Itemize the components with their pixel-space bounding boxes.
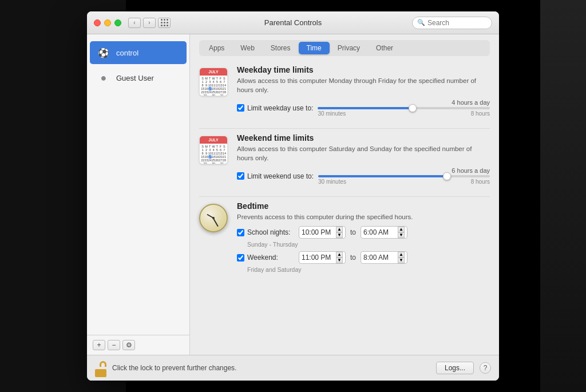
- to-label-2: to: [350, 254, 356, 262]
- window-title: Parental Controls: [264, 18, 322, 27]
- sidebar-item-control[interactable]: ⚽ control: [90, 41, 187, 64]
- weekend-from-value: 11:00 PM: [302, 254, 335, 262]
- title-bar: ‹ › Parental Controls 🔍: [87, 11, 499, 34]
- bedtime-section: Bedtime Prevents access to this computer…: [199, 201, 490, 276]
- lock-button[interactable]: [95, 361, 106, 375]
- tabs-bar: Apps Web Stores Time Privacy Other: [199, 40, 490, 56]
- weekday-min-label: 30 minutes: [318, 110, 346, 117]
- bedtime-desc: Prevents access to this computer during …: [237, 212, 490, 221]
- weekday-checkbox[interactable]: [237, 104, 244, 112]
- remove-user-button[interactable]: −: [108, 340, 120, 350]
- weekend-to-up[interactable]: ▲: [398, 252, 405, 258]
- weekend-slider-row: Limit weekend use to: 6 hours a day 30 m…: [237, 167, 490, 185]
- nav-buttons: ‹ ›: [128, 18, 156, 28]
- weekend-from-up[interactable]: ▲: [336, 252, 343, 258]
- weekday-calendar-icon: JULY SMTWTFS 1234567 891011121314: [199, 68, 229, 97]
- close-button[interactable]: [94, 19, 101, 26]
- sidebar-toolbar: + − ⚙: [87, 335, 189, 355]
- main-panel: Apps Web Stores Time Privacy Other JULY: [190, 34, 499, 355]
- school-nights-from-up[interactable]: ▲: [336, 227, 343, 232]
- logs-button[interactable]: Logs...: [436, 362, 474, 374]
- weekend-to-down[interactable]: ▼: [398, 258, 405, 263]
- clock-minute-hand: [213, 218, 219, 227]
- tab-web[interactable]: Web: [232, 42, 262, 54]
- weekday-slider-track[interactable]: [318, 107, 490, 109]
- weekend-value: 6 hours a day: [318, 167, 490, 174]
- search-input[interactable]: [427, 19, 487, 27]
- school-nights-from-stepper[interactable]: ▲ ▼: [336, 227, 343, 238]
- search-box[interactable]: 🔍: [412, 17, 492, 29]
- weekday-section: JULY SMTWTFS 1234567 891011121314: [199, 65, 490, 118]
- weekend-sublabel: Friday and Saturday: [247, 266, 490, 273]
- bg-right: [540, 0, 586, 392]
- weekend-from-stepper[interactable]: ▲ ▼: [336, 252, 343, 263]
- weekday-checkbox-label[interactable]: Limit weekday use to:: [237, 104, 313, 112]
- weekend-content: Weekend time limits Allows access to thi…: [237, 133, 490, 186]
- divider-1: [199, 128, 490, 129]
- weekend-bedtime-row: Weekend: 11:00 PM ▲ ▼ to: [237, 251, 490, 264]
- school-nights-from-down[interactable]: ▼: [336, 232, 343, 238]
- maximize-button[interactable]: [114, 19, 121, 26]
- weekend-max-label: 8 hours: [471, 179, 490, 185]
- weekend-min-label: 30 minutes: [318, 179, 346, 185]
- school-nights-sublabel: Sunday - Thursday: [247, 241, 490, 248]
- back-button[interactable]: ‹: [128, 18, 141, 28]
- lock-body: [95, 369, 106, 377]
- school-nights-to-up[interactable]: ▲: [398, 227, 405, 232]
- sidebar-item-guest[interactable]: ● Guest User: [90, 66, 187, 89]
- add-user-button[interactable]: +: [93, 340, 105, 350]
- avatar-control: ⚽: [96, 45, 112, 61]
- tab-other[interactable]: Other: [368, 42, 401, 54]
- weekend-slider-container: 6 hours a day 30 minutes 8 hours: [318, 167, 490, 185]
- weekday-slider-thumb[interactable]: [409, 104, 417, 112]
- sidebar-spacer: [87, 90, 189, 335]
- school-nights-to-picker[interactable]: 6:00 AM ▲ ▼: [361, 226, 407, 239]
- weekend-bedtime-label[interactable]: Weekend:: [237, 254, 294, 262]
- weekday-slider-labels: 30 minutes 8 hours: [318, 110, 490, 117]
- weekday-value: 4 hours a day: [318, 99, 490, 106]
- bedtime-content: Bedtime Prevents access to this computer…: [237, 201, 490, 276]
- bottom-bar: Click the lock to prevent further change…: [87, 355, 499, 381]
- weekend-slider-fill: [318, 175, 447, 177]
- username-control: control: [116, 49, 138, 57]
- school-nights-to-stepper[interactable]: ▲ ▼: [398, 227, 405, 238]
- weekend-from-down[interactable]: ▼: [336, 258, 343, 263]
- weekday-max-label: 8 hours: [471, 110, 490, 117]
- grid-button[interactable]: [158, 18, 171, 28]
- weekend-to-picker[interactable]: 8:00 AM ▲ ▼: [361, 251, 407, 264]
- search-icon: 🔍: [417, 19, 425, 26]
- weekend-bedtime-checkbox[interactable]: [237, 254, 244, 262]
- help-button[interactable]: ?: [480, 362, 491, 374]
- weekend-slider-labels: 30 minutes 8 hours: [318, 179, 490, 185]
- to-label-1: to: [350, 228, 356, 236]
- tab-privacy[interactable]: Privacy: [330, 42, 368, 54]
- weekend-checkbox[interactable]: [237, 172, 244, 180]
- username-guest: Guest User: [116, 74, 154, 82]
- school-nights-from-picker[interactable]: 10:00 PM ▲ ▼: [299, 226, 346, 239]
- weekday-checkbox-text: Limit weekday use to:: [247, 104, 313, 112]
- traffic-lights: [94, 19, 121, 26]
- content-area: ⚽ control ● Guest User + − ⚙ Apps: [87, 34, 499, 355]
- tab-time[interactable]: Time: [299, 42, 330, 54]
- weekend-bedtime-text: Weekend:: [247, 254, 278, 262]
- tab-stores[interactable]: Stores: [263, 42, 299, 54]
- sidebar: ⚽ control ● Guest User + − ⚙: [87, 34, 190, 355]
- weekend-checkbox-label[interactable]: Limit weekend use to:: [237, 172, 314, 180]
- screenshot-background: ‹ › Parental Controls 🔍 ⚽: [0, 0, 586, 392]
- weekend-from-picker[interactable]: 11:00 PM ▲ ▼: [299, 251, 346, 264]
- lock-text: Click the lock to prevent further change…: [112, 364, 236, 372]
- school-nights-from-value: 10:00 PM: [302, 228, 335, 236]
- avatar-guest: ●: [96, 70, 112, 86]
- weekday-slider-container: 4 hours a day 30 minutes 8 hours: [318, 99, 490, 117]
- settings-button[interactable]: ⚙: [122, 340, 135, 350]
- school-nights-label[interactable]: School nights:: [237, 228, 294, 236]
- divider-2: [199, 196, 490, 197]
- tab-apps[interactable]: Apps: [201, 42, 232, 54]
- weekend-to-stepper[interactable]: ▲ ▼: [398, 252, 405, 263]
- school-nights-checkbox[interactable]: [237, 229, 244, 236]
- school-nights-to-down[interactable]: ▼: [398, 232, 405, 238]
- weekend-slider-track[interactable]: [318, 175, 490, 177]
- minimize-button[interactable]: [104, 19, 111, 26]
- school-nights-row: School nights: 10:00 PM ▲ ▼ to: [237, 226, 490, 239]
- forward-button[interactable]: ›: [143, 18, 156, 28]
